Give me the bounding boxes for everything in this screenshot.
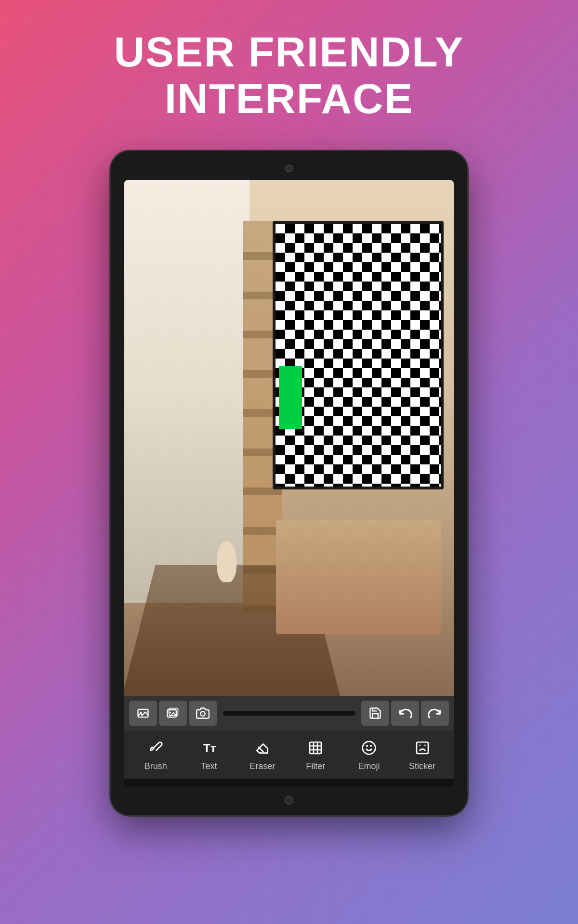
emoji-icon	[358, 737, 380, 758]
redo-button[interactable]	[421, 701, 449, 726]
svg-point-4	[169, 712, 171, 714]
gallery1-button[interactable]	[129, 701, 157, 726]
tablet-camera	[285, 165, 293, 172]
gallery2-button[interactable]	[159, 701, 187, 726]
bottom-navigation-bar	[124, 779, 454, 786]
window-light	[124, 180, 250, 603]
text-label: Text	[201, 761, 217, 771]
svg-point-5	[200, 711, 205, 716]
svg-point-12	[363, 742, 376, 755]
tv-green-transparency	[279, 366, 302, 429]
headline-line1: USER FRIENDLY	[114, 28, 464, 76]
save-button[interactable]	[361, 701, 389, 726]
photo-canvas[interactable]	[124, 180, 454, 696]
filter-icon	[305, 737, 326, 758]
camera-button[interactable]	[189, 701, 217, 726]
undo-button[interactable]	[391, 701, 419, 726]
filter-label: Filter	[306, 761, 325, 771]
app-headline: USER FRIENDLY INTERFACE	[95, 29, 484, 122]
emoji-label: Emoji	[358, 761, 380, 771]
brush-label: Brush	[144, 761, 167, 771]
tablet-home-button[interactable]	[285, 796, 293, 805]
toolbar-tools-row: Brush Tт Text Eraser	[124, 731, 454, 779]
tv-screen-checkerboard	[276, 224, 441, 486]
svg-rect-7	[310, 742, 321, 754]
brush-icon	[145, 737, 166, 758]
sticker-icon	[412, 737, 433, 758]
progress-bar[interactable]	[223, 711, 355, 716]
tv-stand	[276, 520, 441, 634]
eraser-icon	[252, 737, 273, 758]
toolbar-source-buttons	[129, 701, 217, 726]
tv-frame	[273, 221, 444, 489]
eraser-label: Eraser	[250, 761, 275, 771]
toolbar-action-buttons	[361, 701, 449, 726]
toolbar-top-row	[124, 696, 454, 731]
svg-text:Tт: Tт	[203, 742, 216, 755]
text-tool[interactable]: Tт Text	[190, 737, 228, 771]
brush-tool[interactable]: Brush	[136, 737, 175, 771]
filter-tool[interactable]: Filter	[296, 737, 335, 771]
emoji-tool[interactable]: Emoji	[350, 737, 388, 771]
toolbar-area: Brush Tт Text Eraser	[124, 696, 454, 786]
svg-rect-15	[417, 742, 428, 754]
tablet-screen: Brush Tт Text Eraser	[124, 180, 454, 786]
tablet-device: Brush Tт Text Eraser	[111, 151, 467, 815]
text-icon: Tт	[198, 737, 220, 758]
headline-line2: INTERFACE	[165, 75, 414, 122]
sticker-tool[interactable]: Sticker	[403, 737, 442, 771]
tablet-shell: Brush Tт Text Eraser	[111, 151, 467, 815]
eraser-tool[interactable]: Eraser	[243, 737, 282, 771]
sticker-label: Sticker	[409, 761, 435, 771]
floor-toy	[217, 541, 236, 582]
